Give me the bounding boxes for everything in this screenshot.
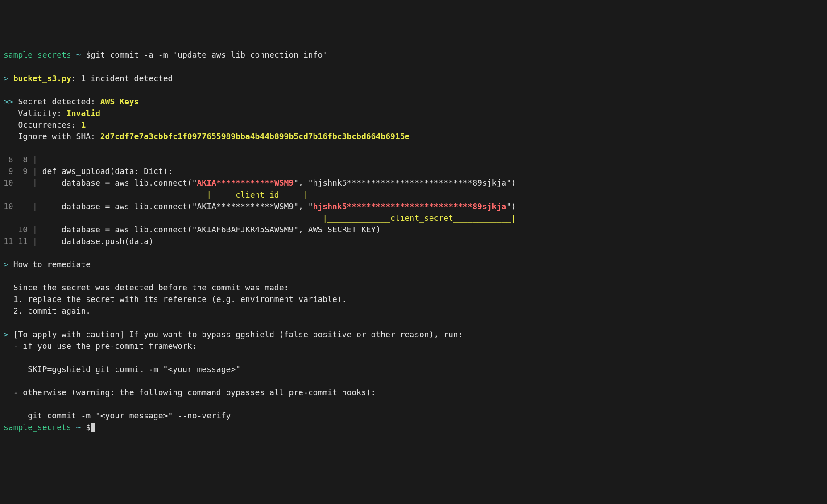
code-line: database = aws_lib.connect("AKIAF6BAFJKR… bbox=[37, 225, 380, 234]
command-text: git commit -a -m 'update aws_lib connect… bbox=[91, 50, 327, 59]
bypass-line: - if you use the pre-commit framework: bbox=[4, 341, 197, 351]
remediate-line: 2. commit again. bbox=[4, 306, 91, 315]
diff-pipe: | bbox=[33, 236, 37, 246]
bypass-cmd: SKIP=ggshield git commit -m "<your messa… bbox=[4, 364, 240, 374]
bypass-line: - otherwise (warning: the following comm… bbox=[4, 388, 376, 397]
diff-pipe: | bbox=[33, 166, 37, 176]
occurrences-label: Occurrences: bbox=[18, 120, 81, 129]
cursor[interactable] bbox=[91, 423, 95, 432]
prompt-sep: ~ bbox=[76, 50, 81, 59]
diff-pipe: | bbox=[33, 178, 37, 187]
remediate-line: 1. replace the secret with its reference… bbox=[4, 294, 347, 304]
line-no-a: 10 bbox=[4, 202, 13, 211]
line-no-a: 9 bbox=[4, 166, 13, 176]
bypass-title: [To apply with caution] If you want to b… bbox=[8, 330, 463, 339]
prompt-cwd: sample_secrets bbox=[4, 422, 71, 432]
prompt-dollar: $ bbox=[86, 422, 91, 432]
code-line: def aws_upload(data: Dict): bbox=[37, 166, 173, 176]
diff-pipe: | bbox=[33, 155, 37, 164]
line-no-b bbox=[18, 178, 28, 187]
line-no-b: 10 bbox=[18, 225, 28, 234]
line-no-b: 9 bbox=[18, 166, 28, 176]
remediate-title: How to remediate bbox=[8, 260, 91, 269]
code-pre: database = aws_lib.connect("AKIA********… bbox=[37, 202, 313, 211]
line-no-a: 10 bbox=[4, 178, 13, 187]
validity-value: Invalid bbox=[66, 108, 100, 118]
diff-pipe: | bbox=[33, 225, 37, 234]
line-no-a: 8 bbox=[4, 155, 13, 164]
detect-marker: >> bbox=[4, 97, 13, 106]
bypass-cmd: git commit -m "<your message>" --no-veri… bbox=[4, 411, 231, 420]
secret-client-id: AKIA************WSM9 bbox=[197, 178, 294, 187]
prompt-cwd: sample_secrets bbox=[4, 50, 71, 59]
remediate-line: Since the secret was detected before the… bbox=[4, 283, 289, 292]
line-no-a bbox=[4, 225, 13, 234]
remediate-marker: > bbox=[4, 260, 8, 269]
detect-label: Secret detected: bbox=[18, 97, 100, 106]
code-line: database.push(data) bbox=[37, 236, 153, 246]
validity-label: Validity: bbox=[18, 108, 66, 118]
code-mid: ", "hjshnk5**************************89s… bbox=[294, 178, 516, 187]
line-no-b bbox=[18, 202, 28, 211]
incident-suffix: : 1 incident detected bbox=[71, 74, 173, 83]
secret-client-secret: hjshnk5**************************89sjkja bbox=[313, 202, 506, 211]
line-no-a: 11 bbox=[4, 236, 13, 246]
underline-client-id: |_____client_id_____| bbox=[4, 190, 308, 199]
ignore-label: Ignore with SHA: bbox=[18, 132, 100, 141]
bypass-marker: > bbox=[4, 330, 8, 339]
prompt-dollar: $ bbox=[86, 50, 91, 59]
diff-pipe: | bbox=[33, 202, 37, 211]
incident-marker: > bbox=[4, 74, 8, 83]
prompt-sep: ~ bbox=[76, 422, 81, 432]
line-no-b: 8 bbox=[18, 155, 28, 164]
code-post: ") bbox=[506, 202, 516, 211]
underline-client-secret: |_____________client_secret____________| bbox=[4, 213, 516, 223]
line-no-b: 11 bbox=[18, 236, 28, 246]
ignore-sha: 2d7cdf7e7a3cbbfc1f0977655989bba4b44b899b… bbox=[100, 132, 410, 141]
code-pre: database = aws_lib.connect(" bbox=[37, 178, 197, 187]
detect-type: AWS Keys bbox=[100, 97, 139, 106]
occurrences-value: 1 bbox=[81, 120, 86, 129]
incident-filename: bucket_s3.py bbox=[13, 74, 71, 83]
terminal-output[interactable]: sample_secrets ~ $git commit -a -m 'upda… bbox=[4, 49, 823, 433]
